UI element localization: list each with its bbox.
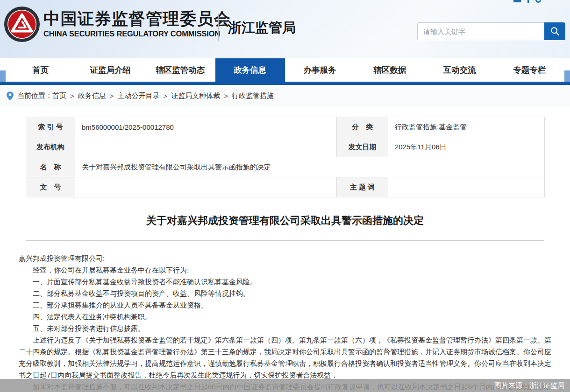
org-title-en: CHINA SECURITIES REGULATORY COMMISSION (43, 29, 231, 38)
nav-item-special-topics[interactable]: 专题专栏 (495, 58, 565, 82)
nav-item-bureau-intro[interactable]: 证监局介绍 (76, 58, 146, 82)
nav-item-regional-data[interactable]: 辖区数据 (355, 58, 425, 82)
table-row: 文 号 主 题 词 (26, 177, 545, 197)
paragraph-decision: 上述行为违反了《关于加强私募投资基金监管的若干规定》第六条第一款第（四）项、第九… (19, 334, 551, 381)
info-label-issue-date: 发文日期 (337, 137, 388, 157)
clipped-link-icon[interactable] (527, 0, 529, 3)
nav-item-home[interactable]: 首页 (6, 58, 76, 82)
info-value-name: 关于对嘉兴邦成投资管理有限公司采取出具警示函措施的决定 (75, 157, 545, 177)
nav-item-government-info[interactable]: 政务信息 (215, 58, 285, 85)
info-label-name: 名 称 (26, 157, 75, 177)
location-pin-icon (7, 91, 14, 100)
search-input[interactable] (417, 22, 544, 40)
info-value-issue-date: 2025年11月06日 (388, 137, 545, 157)
breadcrumb-item-document-types[interactable]: 证监局文种体裁 (171, 91, 220, 100)
info-value-document-number (75, 177, 337, 197)
header-divider (218, 14, 219, 41)
info-label-index-number: 索 引 号 (26, 117, 75, 137)
paragraph-item-5: 五、未对部分投资者进行信息披露。 (19, 322, 551, 334)
info-label-issuing-agency: 发布机构 (26, 137, 75, 157)
clipped-link-icon[interactable] (513, 0, 521, 2)
org-title-block: 中国证券监督管理委员会 CHINA SECURITIES REGULATORY … (43, 9, 231, 38)
info-value-keywords (388, 177, 545, 197)
search-button[interactable] (544, 22, 565, 40)
info-value-issuing-agency (75, 137, 337, 157)
csrc-emblem-icon (4, 6, 40, 42)
breadcrumb-separator: > (224, 92, 228, 100)
nav-underline (0, 82, 570, 85)
info-label-keywords: 主 题 词 (337, 177, 388, 197)
csrc-logo (4, 6, 40, 42)
nav-item-regional-news[interactable]: 辖区监管动态 (145, 58, 215, 82)
breadcrumb: 当前位置： 首页 > 政务信息 > 主动公开目录 > 证监局文种体裁 > 行政监… (0, 85, 570, 107)
org-title-cn: 中国证券监督管理委员会 (43, 9, 231, 28)
paragraph-addressee: 嘉兴邦成投资管理有限公司: (19, 252, 551, 264)
paragraph-item-2: 二、部分私募基金收益不与投资项目的资产、收益、风险等情况挂钩。 (19, 287, 551, 299)
paragraph-item-3: 三、部分承担募集推介的从业人员不具备基金从业资格。 (19, 299, 551, 311)
info-label-document-number: 文 号 (26, 177, 75, 197)
nav-item-interaction[interactable]: 互动交流 (425, 58, 495, 82)
nav-box: 首页 证监局介绍 辖区监管动态 政务信息 办事服务 辖区数据 互动交流 专题专栏 (6, 58, 564, 82)
paragraph-item-4: 四、法定代表人在业务冲突机构兼职。 (19, 311, 551, 322)
clipped-search-icon[interactable] (535, 0, 541, 3)
breadcrumb-separator: > (70, 92, 74, 100)
paragraph-item-1: 一、片面宣传部分私募基金收益导致投资者不能准确认识私募基金风险。 (19, 276, 551, 287)
article-body: 嘉兴邦成投资管理有限公司: 经查，你公司在开展私募基金业务中存在以下行为: 一、… (19, 252, 551, 392)
search-box (417, 22, 565, 40)
main-content: 索 引 号 bm56000001/2025-00012780 分 类 行政监管措… (0, 117, 570, 392)
breadcrumb-item-regulatory-measures[interactable]: 行政监管措施 (232, 91, 274, 100)
search-icon (550, 26, 560, 36)
site-header: 中国证券监督管理委员会 CHINA SECURITIES REGULATORY … (0, 0, 570, 58)
table-row: 名 称 关于对嘉兴邦成投资管理有限公司采取出具警示函措施的决定 (26, 157, 545, 177)
breadcrumb-item-government-info[interactable]: 政务信息 (78, 91, 106, 100)
info-value-category: 行政监管措施;基金监管 (388, 117, 545, 137)
image-source-overlay: 图片来源：浙江证监局 (0, 379, 570, 392)
clipped-top-links[interactable] (513, 0, 541, 4)
image-source-text: 图片来源：浙江证监局 (494, 381, 564, 389)
breadcrumb-label: 当前位置： (17, 91, 52, 100)
article-title: 关于对嘉兴邦成投资管理有限公司采取出具警示函措施的决定 (19, 214, 551, 228)
document-info-table: 索 引 号 bm56000001/2025-00012780 分 类 行政监管措… (26, 117, 545, 197)
breadcrumb-separator: > (164, 92, 168, 100)
nav-item-services[interactable]: 办事服务 (285, 58, 355, 82)
info-label-category: 分 类 (337, 117, 388, 137)
main-nav: 首页 证监局介绍 辖区监管动态 政务信息 办事服务 辖区数据 互动交流 专题专栏 (0, 58, 570, 85)
bureau-name: 浙江监管局 (228, 19, 296, 37)
paragraph-intro: 经查，你公司在开展私募基金业务中存在以下行为: (19, 264, 551, 276)
page: 中国证券监督管理委员会 CHINA SECURITIES REGULATORY … (0, 0, 570, 392)
breadcrumb-separator: > (110, 92, 114, 100)
title-divider (26, 240, 544, 241)
table-row: 索 引 号 bm56000001/2025-00012780 分 类 行政监管措… (26, 117, 545, 137)
breadcrumb-item-open-catalog[interactable]: 主动公开目录 (118, 91, 160, 100)
breadcrumb-item-home[interactable]: 首页 (52, 91, 66, 100)
info-value-index-number: bm56000001/2025-00012780 (75, 117, 337, 137)
table-row: 发布机构 发文日期 2025年11月06日 (26, 137, 545, 157)
